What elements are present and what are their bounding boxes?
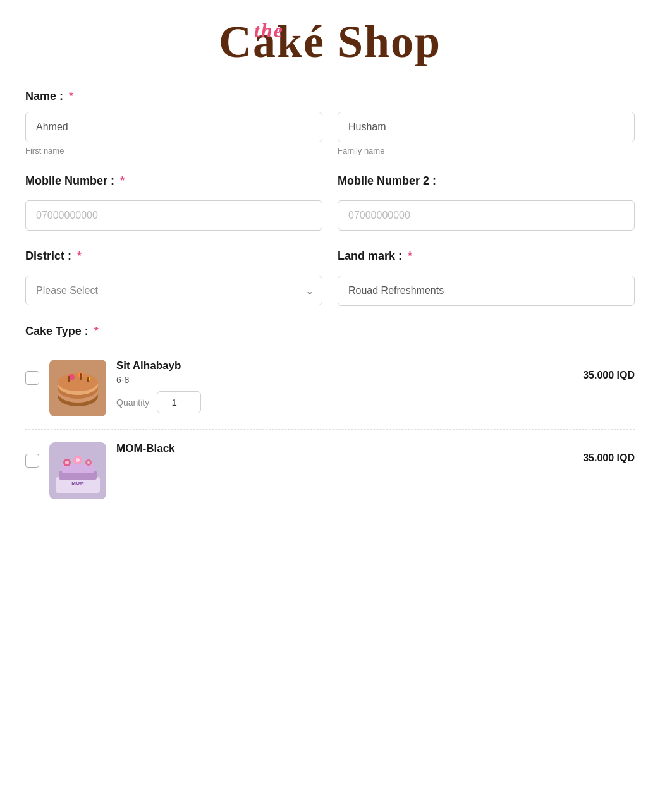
- mobile-field-row: [25, 200, 635, 231]
- district-field-row: Please Select District 1 District 2 Dist…: [25, 276, 635, 306]
- mobile2-label-col: Mobile Number 2 :: [338, 174, 635, 197]
- mobile-col: [25, 200, 322, 231]
- quantity-label-1: Quantity: [116, 397, 149, 408]
- cake-price-1: 35.000 IQD: [583, 360, 635, 381]
- svg-rect-11: [87, 377, 89, 382]
- quantity-input-1[interactable]: [157, 391, 201, 413]
- cake-name-2: MOM-Black: [116, 442, 573, 455]
- svg-text:MOM: MOM: [71, 480, 84, 486]
- mobile2-label: Mobile Number 2 :: [338, 174, 635, 188]
- mobile-label-row: Mobile Number : * Mobile Number 2 :: [25, 174, 635, 197]
- logo: the Caké Shop: [219, 19, 441, 64]
- cake-checkbox-2[interactable]: [25, 454, 39, 468]
- svg-rect-9: [68, 376, 70, 382]
- cake-type-section: Cake Type : * Sit Alhabayb 6-8 Quantity: [25, 325, 635, 512]
- mobile2-input[interactable]: [338, 200, 635, 231]
- mobile-input[interactable]: [25, 200, 322, 231]
- mobile-label: Mobile Number : *: [25, 174, 322, 188]
- cake-quantity-row-1: Quantity: [116, 391, 573, 413]
- mobile-label-col: Mobile Number : *: [25, 174, 322, 197]
- svg-point-5: [58, 373, 98, 391]
- district-select-wrapper: Please Select District 1 District 2 Dist…: [25, 276, 322, 305]
- cake-type-label: Cake Type : *: [25, 325, 635, 338]
- cake-price-2: 35.000 IQD: [583, 442, 635, 464]
- name-label: Name : *: [25, 90, 635, 103]
- cake-details-1: Sit Alhabayb 6-8 Quantity: [116, 360, 573, 413]
- cake-type-required-star: *: [94, 325, 99, 337]
- landmark-label-text: Land mark :: [338, 250, 402, 262]
- svg-point-20: [76, 458, 80, 462]
- district-label-row: District : * Land mark : *: [25, 250, 635, 272]
- landmark-label-col: Land mark : *: [338, 250, 635, 272]
- cake-size-1: 6-8: [116, 375, 573, 385]
- svg-point-21: [87, 461, 90, 464]
- district-required-star: *: [77, 250, 82, 262]
- landmark-col: [338, 276, 635, 306]
- landmark-label: Land mark : *: [338, 250, 635, 263]
- cake-name-1: Sit Alhabayb: [116, 360, 573, 372]
- mobile2-col: [338, 200, 635, 231]
- name-required-star: *: [69, 90, 73, 102]
- svg-point-19: [65, 461, 69, 464]
- first-name-input[interactable]: [25, 112, 322, 142]
- logo-the: the: [254, 20, 284, 40]
- mobile2-label-text: Mobile Number 2 :: [338, 174, 436, 187]
- landmark-required-star: *: [408, 250, 412, 262]
- logo-container: the Caké Shop: [25, 0, 635, 90]
- cake-item-1: Sit Alhabayb 6-8 Quantity 35.000 IQD: [25, 347, 635, 430]
- cake-details-2: MOM-Black: [116, 442, 573, 458]
- name-field-row: First name Family name: [25, 112, 635, 155]
- district-col: Please Select District 1 District 2 Dist…: [25, 276, 322, 306]
- district-select[interactable]: Please Select District 1 District 2 Dist…: [25, 276, 322, 305]
- district-label-text: District :: [25, 250, 71, 262]
- svg-rect-10: [80, 373, 82, 380]
- district-section: District : * Land mark : * Please Select…: [25, 250, 635, 306]
- cake-checkbox-1[interactable]: [25, 371, 39, 385]
- name-label-text: Name :: [25, 90, 63, 102]
- cake-type-label-text: Cake Type :: [25, 325, 89, 337]
- district-label-col: District : *: [25, 250, 322, 272]
- district-label: District : *: [25, 250, 322, 263]
- first-name-col: First name: [25, 112, 322, 155]
- cake-image-1: [49, 360, 106, 416]
- family-name-input[interactable]: [338, 112, 635, 142]
- cake-image-2: MOM: [49, 442, 106, 499]
- mobile-label-text: Mobile Number :: [25, 174, 114, 187]
- name-section: Name : * First name Family name: [25, 90, 635, 155]
- landmark-input[interactable]: [338, 276, 635, 306]
- cake-item-2: MOM MOM-Black 35.000 IQD: [25, 430, 635, 512]
- first-name-sublabel: First name: [25, 146, 322, 155]
- mobile-section: Mobile Number : * Mobile Number 2 :: [25, 174, 635, 231]
- family-name-col: Family name: [338, 112, 635, 155]
- mobile-required-star: *: [120, 174, 125, 187]
- family-name-sublabel: Family name: [338, 146, 635, 155]
